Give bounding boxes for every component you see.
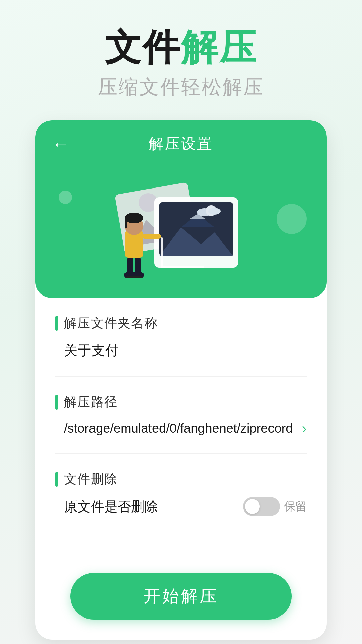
path-section: 解压路径 /storage/emulated/0/fanghenet/zipre…	[55, 393, 307, 437]
svg-rect-11	[161, 237, 163, 268]
page-header: 文件解压 压缩文件轻松解压	[98, 27, 264, 100]
svg-rect-21	[142, 234, 161, 239]
svg-point-19	[125, 213, 143, 223]
svg-rect-20	[125, 218, 127, 228]
start-button[interactable]: 开始解压	[70, 573, 292, 620]
toggle-state-text: 保留	[284, 499, 307, 514]
svg-illustration	[52, 164, 310, 278]
deco-circle-right	[277, 204, 307, 234]
subtitle: 压缩文件轻松解压	[98, 74, 264, 100]
toggle-container: 保留	[243, 497, 307, 516]
deco-circle-left	[59, 191, 72, 204]
toggle-knob	[245, 499, 260, 514]
folder-section-title: 解压文件夹名称	[64, 315, 158, 332]
divider-1	[55, 376, 307, 377]
delete-label-row: 文件删除	[55, 471, 307, 488]
folder-label-row: 解压文件夹名称	[55, 315, 307, 332]
folder-name-value: 关于支付	[55, 341, 307, 360]
back-button[interactable]: ←	[52, 134, 69, 154]
card-top-header: ← 解压设置	[52, 134, 310, 154]
toggle-switch[interactable]	[243, 497, 280, 516]
chevron-right-icon: ›	[302, 420, 307, 437]
path-label-row: 解压路径	[55, 393, 307, 411]
divider-2	[55, 453, 307, 454]
toggle-label: 原文件是否删除	[64, 497, 158, 516]
card-top: ← 解压设置	[35, 120, 327, 298]
section-bar-2	[55, 395, 58, 410]
path-value: /storage/emulated/0/fanghenet/ziprecord	[64, 421, 298, 436]
folder-section: 解压文件夹名称 关于支付	[55, 315, 307, 360]
section-bar-3	[55, 472, 58, 487]
section-bar	[55, 316, 58, 331]
title-green: 解压	[181, 26, 257, 68]
delete-section: 文件删除 原文件是否删除 保留	[55, 471, 307, 516]
start-button-container: 开始解压	[35, 573, 327, 640]
delete-section-title: 文件删除	[64, 471, 118, 488]
toggle-row: 原文件是否删除 保留	[55, 497, 307, 516]
card-title: 解压设置	[149, 134, 213, 154]
card-bottom: 解压文件夹名称 关于支付 解压路径 /storage/emulated/0/fa…	[35, 298, 327, 553]
illustration	[52, 164, 310, 278]
svg-rect-12	[161, 266, 204, 268]
svg-point-9	[208, 208, 221, 215]
phone-card: ← 解压设置	[35, 120, 327, 640]
path-row[interactable]: /storage/emulated/0/fanghenet/ziprecord …	[55, 420, 307, 437]
path-section-title: 解压路径	[64, 393, 118, 411]
title-black: 文件	[105, 26, 181, 68]
